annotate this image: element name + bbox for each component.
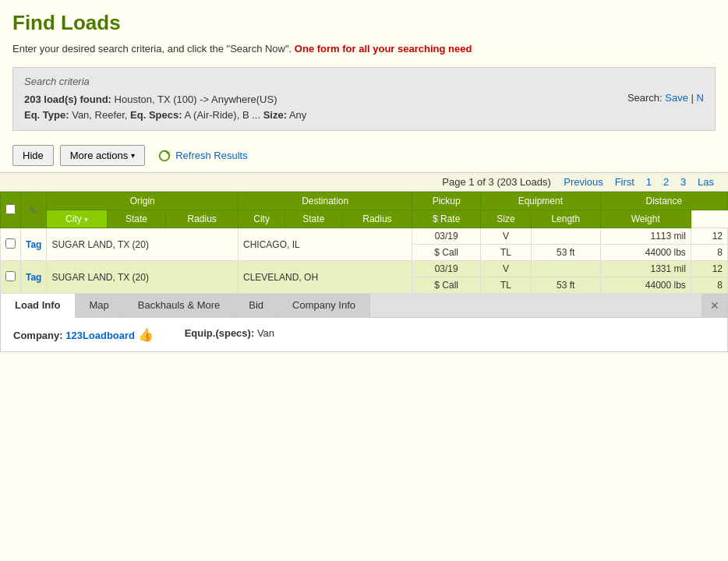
search-label: Search: [627,92,663,104]
pickup-header: Pickup [412,192,481,210]
table-row: Tag SUGAR LAND, TX (20) CLEVELAND, OH 03… [1,261,728,277]
row2-equip-length [531,261,600,277]
row2-checkbox-cell[interactable] [1,261,21,294]
pagination-previous[interactable]: Previous [564,176,603,188]
tab-bid[interactable]: Bid [235,294,278,317]
row1-dest-cell: CHICAGO, IL [239,228,412,261]
subtitle-static: Enter your desired search criteria, and … [12,43,292,55]
thumbs-up-icon: 👍 [138,328,154,341]
company-link[interactable]: 123Loadboard [65,330,135,341]
origin-city-subheader[interactable]: City ▾ [47,210,107,228]
destination-header: Destination [239,192,412,210]
select-all-header[interactable] [1,192,21,228]
row1-checkbox-cell[interactable] [1,228,21,261]
row1-extra: 12 [691,228,727,245]
equip-size-subheader[interactable]: Size [480,210,531,228]
dist-weight-subheader[interactable]: Weight [600,210,691,228]
tab-map[interactable]: Map [76,294,124,317]
refresh-label: Refresh Results [175,150,247,161]
pagination-last[interactable]: Las [698,176,714,188]
load-info-content: Company: 123Loadboard 👍 Equip.(specs): V… [1,318,727,351]
size-value: Any [289,109,306,121]
results-table-wrapper: ✎ Origin Destination Pickup Equipment Di… [0,192,728,294]
more-actions-label: More actions [70,150,128,161]
company-label: Company: [13,330,63,341]
edit-icon-header: ✎ [21,192,47,228]
search-results-line: 203 load(s) found: Houston, TX (100) -> … [24,92,612,108]
equip-length-subheader[interactable]: Length [531,210,600,228]
equip-specs-label: Equip.(specs): [185,327,255,339]
tab-load-info[interactable]: Load Info [1,294,76,318]
row2-tl: TL [480,277,531,294]
row2-extra: 12 [691,261,727,277]
results-summary: 203 load(s) found: [24,94,111,105]
hide-button[interactable]: Hide [12,145,54,166]
next-link[interactable]: N [697,92,704,104]
eq-type-value: Van, Reefer, [72,109,127,121]
search-eq-line: Eq. Type: Van, Reefer, Eq. Specs: A (Air… [24,108,612,123]
tab-close-button[interactable]: ✕ [701,294,727,317]
tabs-row: Load Info Map Backhauls & More Bid Compa… [1,294,727,318]
company-info-section: Company: 123Loadboard 👍 [13,327,154,342]
subtitle: Enter your desired search criteria, and … [12,43,716,55]
equip-specs-value: Van [257,327,274,339]
page-header: Find Loads Enter your desired search cri… [0,0,728,59]
dest-state-subheader[interactable]: State [285,210,342,228]
pagination-first[interactable]: First [615,176,634,188]
pagination-summary: Page 1 of 3 (203 Loads) [442,176,551,188]
row2-dest-cell: CLEVELAND, OH [239,261,412,294]
row1-tag-link[interactable]: Tag [26,239,41,250]
refresh-icon [157,149,171,163]
more-actions-button[interactable]: More actions ▾ [60,145,145,166]
search-info-row: 203 load(s) found: Houston, TX (100) -> … [24,92,704,122]
select-all-checkbox[interactable] [5,204,16,214]
row1-weight: 44000 lbs [600,245,691,261]
row2-distance: 1331 mil [600,261,691,277]
dest-radius-subheader[interactable]: Radius [342,210,412,228]
pickup-rate-subheader[interactable]: $ Rate [412,210,481,228]
row1-distance: 1113 mil [600,228,691,245]
row1-rate-call: $ Call [412,245,481,261]
row1-equip-length [531,228,600,245]
row1-pickup-date: 03/19 [412,228,481,245]
results-detail: Houston, TX (100) -> Anywhere(US) [115,94,277,105]
distance-header: Distance [600,192,727,210]
row2-equip-size: V [480,261,531,277]
tab-company-info[interactable]: Company Info [278,294,370,317]
search-info-left: 203 load(s) found: Houston, TX (100) -> … [24,92,612,122]
row2-ft: 53 ft [531,277,600,294]
row1-equip-size: V [480,228,531,245]
row1-tag-cell[interactable]: Tag [21,228,47,261]
row1-origin-cell: SUGAR LAND, TX (20) [47,228,239,261]
row2-origin-cell: SUGAR LAND, TX (20) [47,261,239,294]
tab-backhauls[interactable]: Backhauls & More [124,294,235,317]
row1-checkbox[interactable] [5,238,16,249]
row1-tl: TL [480,245,531,261]
load-info-details: Company: 123Loadboard 👍 Equip.(specs): V… [13,327,715,342]
edit-icon[interactable]: ✎ [29,204,38,217]
table-row: Tag SUGAR LAND, TX (20) CHICAGO, IL 03/1… [1,228,728,245]
row2-weight: 44000 lbs [600,277,691,294]
results-table: ✎ Origin Destination Pickup Equipment Di… [0,192,728,294]
refresh-link[interactable]: Refresh Results [157,149,247,163]
equipment-header: Equipment [480,192,600,210]
sort-indicator: ▾ [84,215,88,224]
row2-pickup-date: 03/19 [412,261,481,277]
search-criteria-box: Search criteria 203 load(s) found: Houst… [12,67,716,131]
origin-radius-subheader[interactable]: Radius [166,210,239,228]
dest-city-subheader[interactable]: City [239,210,285,228]
search-criteria-title: Search criteria [24,76,704,87]
pagination-page3[interactable]: 3 [680,176,686,188]
eq-specs-value: A (Air-Ride), B ... [184,109,260,121]
row2-tag-cell[interactable]: Tag [21,261,47,294]
pagination-page2[interactable]: 2 [663,176,669,188]
subtitle-highlight: One form for all your searching need [295,43,472,55]
chevron-down-icon: ▾ [131,151,135,160]
save-link[interactable]: Save [665,92,688,104]
row2-checkbox[interactable] [5,271,16,281]
pagination-page1[interactable]: 1 [646,176,652,188]
origin-state-subheader[interactable]: State [107,210,166,228]
row2-extra2: 8 [691,277,727,294]
row2-tag-link[interactable]: Tag [26,272,41,283]
page-title: Find Loads [12,11,716,35]
